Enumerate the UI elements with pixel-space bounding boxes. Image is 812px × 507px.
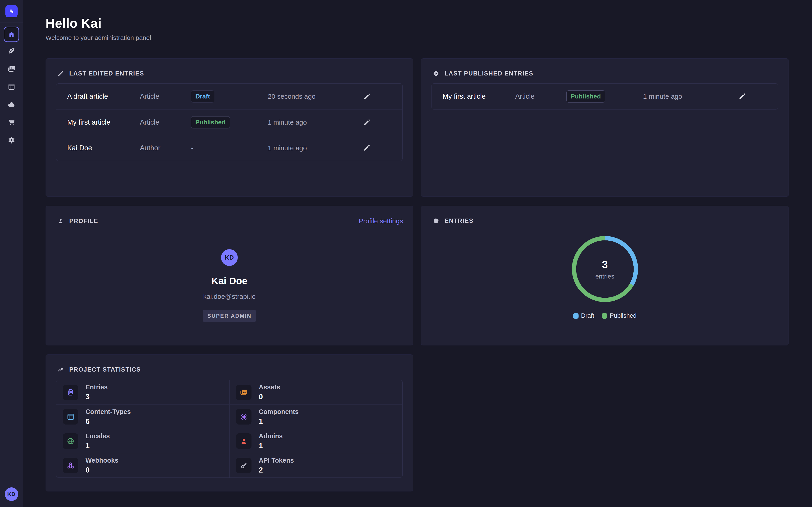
check-circle-icon	[433, 70, 440, 77]
stat-label: API Tokens	[259, 457, 294, 464]
entries-count: 3	[602, 258, 608, 271]
panel-title: PROFILE	[69, 218, 98, 225]
panel-title: PROJECT STATISTICS	[69, 366, 141, 373]
role-badge: SUPER ADMIN	[203, 310, 256, 322]
pencil-icon	[57, 70, 64, 77]
entry-type: Article	[140, 118, 191, 126]
gear-icon	[7, 136, 16, 145]
pencil-icon	[363, 118, 371, 126]
panel-header: PROFILE Profile settings	[46, 206, 413, 225]
panel-title: ENTRIES	[445, 217, 473, 224]
image-icon	[236, 385, 252, 400]
entries-table: A draft article Article Draft 20 seconds…	[56, 83, 403, 161]
pencil-icon	[363, 144, 371, 152]
edit-entry-button[interactable]	[361, 91, 372, 102]
page-title: Hello Kai	[46, 16, 812, 31]
entry-time: 1 minute ago	[643, 93, 737, 100]
donut-center: 3 entries	[572, 236, 638, 302]
stat-value: 1	[259, 417, 299, 426]
stat-label: Admins	[259, 433, 283, 440]
profile-name: Kai Doe	[211, 275, 247, 286]
status-badge: Draft	[191, 90, 214, 103]
edit-entry-button[interactable]	[737, 91, 748, 102]
user-icon	[236, 433, 252, 449]
strapi-logo[interactable]	[5, 5, 17, 17]
puzzle-icon	[433, 217, 440, 224]
stats-grid: Entries3 Assets0 Content-Types6 Componen…	[56, 380, 403, 478]
stat-admins: Admins1	[230, 429, 402, 453]
table-row: Kai Doe Author - 1 minute ago	[56, 135, 402, 161]
trend-up-icon	[57, 366, 64, 373]
stat-label: Content-Types	[86, 408, 131, 415]
stat-label: Webhooks	[86, 457, 118, 464]
panel-project-statistics: PROJECT STATISTICS Entries3 Assets0 Cont…	[46, 354, 413, 492]
entry-name: My first article	[67, 118, 140, 126]
feather-icon	[7, 47, 16, 55]
stat-label: Assets	[259, 384, 280, 391]
entry-time: 20 seconds ago	[268, 93, 361, 100]
stat-label: Locales	[86, 433, 110, 440]
legend-swatch-published	[602, 313, 607, 319]
media-icon	[7, 65, 16, 73]
stat-value: 1	[86, 441, 110, 450]
layout-icon	[7, 82, 16, 91]
sidebar-item-content-manager[interactable]	[0, 42, 23, 60]
sidebar-item-settings[interactable]	[0, 131, 23, 149]
entry-name: My first article	[443, 93, 515, 101]
panel-title: LAST PUBLISHED ENTRIES	[445, 70, 534, 77]
status-empty: -	[191, 144, 193, 152]
panel-last-published-entries: LAST PUBLISHED ENTRIES My first article …	[421, 58, 789, 197]
sidebar-divider	[0, 22, 23, 23]
stat-content-types: Content-Types6	[56, 404, 230, 429]
profile-settings-link[interactable]: Profile settings	[359, 217, 403, 225]
table-row: My first article Article Published 1 min…	[432, 83, 778, 109]
stat-assets: Assets0	[230, 380, 402, 404]
entry-time: 1 minute ago	[268, 118, 361, 126]
edit-entry-button[interactable]	[361, 143, 372, 154]
profile-email: kai.doe@strapi.io	[203, 293, 256, 300]
legend-swatch-draft	[573, 313, 578, 319]
page-header: Hello Kai Welcome to your administration…	[23, 0, 812, 42]
webhook-icon	[63, 458, 78, 473]
panel-title: LAST EDITED ENTRIES	[69, 70, 144, 77]
panel-header: PROJECT STATISTICS	[46, 355, 413, 373]
status-badge: Published	[566, 90, 605, 103]
sidebar-item-marketplace[interactable]	[0, 113, 23, 131]
sidebar-footer: KD	[0, 482, 23, 507]
avatar: KD	[221, 249, 238, 266]
sidebar-item-cloud[interactable]	[0, 96, 23, 113]
panel-header: ENTRIES	[421, 206, 789, 224]
sidebar: KD	[0, 0, 23, 507]
stat-api-tokens: API Tokens2	[230, 453, 402, 477]
stat-value: 0	[86, 466, 118, 474]
entries-table: My first article Article Published 1 min…	[432, 83, 778, 110]
panel-profile: PROFILE Profile settings KD Kai Doe kai.…	[46, 206, 413, 345]
entries-unit: entries	[595, 273, 614, 280]
globe-icon	[63, 433, 78, 449]
nodes-icon	[236, 409, 252, 425]
stat-value: 2	[259, 466, 294, 474]
stat-value: 3	[86, 393, 108, 401]
table-row: My first article Article Published 1 min…	[56, 109, 402, 135]
user-avatar[interactable]: KD	[5, 488, 18, 501]
legend-item-published: Published	[602, 312, 637, 319]
pencil-icon	[738, 93, 746, 101]
entry-time: 1 minute ago	[268, 144, 361, 152]
entry-type: Author	[140, 144, 191, 152]
panel-last-edited-entries: LAST EDITED ENTRIES A draft article Arti…	[46, 58, 413, 197]
stat-value: 6	[86, 417, 131, 426]
sidebar-item-content-type-builder[interactable]	[0, 78, 23, 96]
person-icon	[57, 217, 64, 225]
strapi-logo-icon	[7, 7, 15, 15]
panel-header: LAST EDITED ENTRIES	[46, 59, 413, 77]
sidebar-item-home[interactable]	[4, 26, 19, 42]
sidebar-item-media-library[interactable]	[0, 60, 23, 78]
page-subtitle: Welcome to your administration panel	[46, 34, 812, 42]
entry-name: A draft article	[67, 93, 140, 101]
table-row: A draft article Article Draft 20 seconds…	[56, 83, 402, 109]
edit-entry-button[interactable]	[361, 117, 372, 128]
stat-label: Entries	[86, 384, 108, 391]
legend-label: Draft	[581, 312, 594, 319]
documents-icon	[63, 385, 78, 400]
status-badge: Published	[191, 116, 230, 128]
